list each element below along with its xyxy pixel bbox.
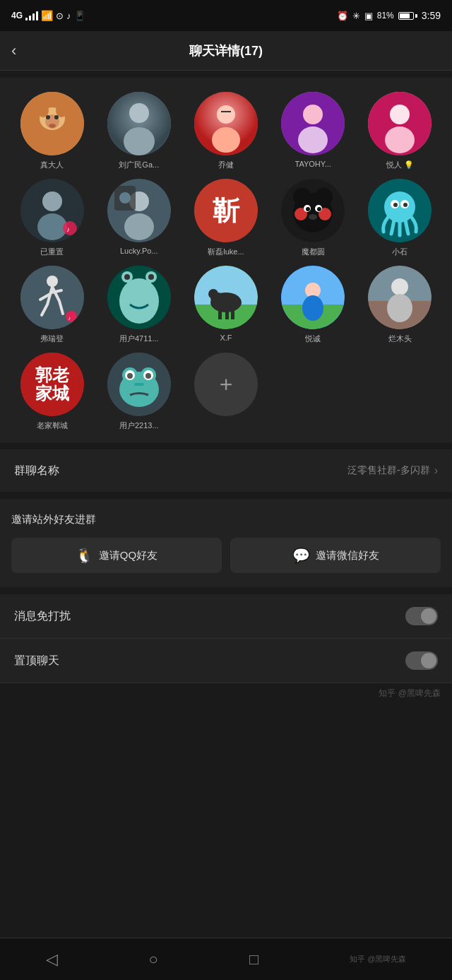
member-item[interactable]: 靳 靳磊luke... xyxy=(185,179,266,257)
nav-back-button[interactable]: ◁ xyxy=(46,950,58,969)
member-name: 用户2213... xyxy=(119,420,159,431)
watermark: 知乎 @黑啤先森 xyxy=(0,683,452,704)
member-item[interactable]: 用户2213... xyxy=(98,353,179,431)
svg-point-30 xyxy=(124,213,154,240)
svg-point-50 xyxy=(393,203,398,207)
mute-toggle[interactable] xyxy=(405,607,438,625)
svg-point-22 xyxy=(385,126,415,153)
pin-toggle[interactable] xyxy=(405,651,438,670)
avatar: 靳 xyxy=(194,179,258,242)
member-item[interactable]: 小石 xyxy=(359,179,441,257)
battery-fill xyxy=(400,13,410,18)
add-member-item[interactable]: + xyxy=(185,353,266,431)
pin-toggle-item: 置顶聊天 xyxy=(0,639,452,683)
member-item[interactable]: TAYOHY... xyxy=(273,92,354,170)
status-right: ⏰ ✳ ▣ 81% 3:59 xyxy=(337,10,441,21)
member-name: 乔健 xyxy=(218,160,234,170)
svg-point-79 xyxy=(302,295,323,321)
mute-toggle-item: 消息免打扰 xyxy=(0,594,452,639)
svg-point-15 xyxy=(212,127,240,153)
member-item[interactable]: 刘广民Ga... xyxy=(98,92,179,170)
member-name: 刘广民Ga... xyxy=(119,160,159,170)
svg-rect-73 xyxy=(231,309,234,319)
status-left: 4G 📶 ⊙ ♪ 📱 xyxy=(11,10,85,21)
member-item[interactable]: 乔健 xyxy=(185,92,266,170)
bottom-navigation: ◁ ○ □ 知乎 @黑啤先森 xyxy=(0,938,452,980)
pin-toggle-knob xyxy=(421,653,436,668)
group-name-row[interactable]: 群聊名称 泛零售社群-多闪群 › xyxy=(0,449,452,492)
svg-point-70 xyxy=(208,289,218,299)
member-item[interactable]: Lucky.Po... xyxy=(98,179,179,257)
member-item[interactable]: ♪ 弗瑞登 xyxy=(11,266,93,344)
chevron-right-icon: › xyxy=(434,464,438,477)
svg-point-3 xyxy=(56,103,67,117)
avatar xyxy=(107,266,171,329)
member-item[interactable]: 魔都圆 xyxy=(273,179,354,257)
invite-section: 邀请站外好友进群 🐧 邀请QQ好友 💬 邀请微信好友 xyxy=(0,499,452,587)
invite-wechat-label: 邀请微信好友 xyxy=(316,549,379,562)
member-name: Lucky.Po... xyxy=(120,247,158,255)
signal-bar-2 xyxy=(29,16,31,20)
back-nav-icon: ◁ xyxy=(46,950,58,969)
nav-recent-button[interactable]: □ xyxy=(249,950,258,969)
mute-label: 消息免打扰 xyxy=(14,609,71,624)
member-name: 小石 xyxy=(392,247,408,257)
svg-point-14 xyxy=(217,105,235,124)
avatar: ♪ xyxy=(20,266,84,329)
svg-rect-72 xyxy=(225,309,229,319)
avatar xyxy=(107,92,171,155)
svg-point-43 xyxy=(306,207,310,211)
svg-point-2 xyxy=(37,103,49,117)
wechat-icon: 💬 xyxy=(292,547,310,564)
signal-bars xyxy=(25,11,38,20)
svg-point-63 xyxy=(148,274,154,280)
bluetooth-icon: ✳ xyxy=(352,11,360,21)
svg-point-57 xyxy=(119,278,159,324)
member-item[interactable]: 烂木头 xyxy=(359,266,441,344)
member-item[interactable]: 悦人 💡 xyxy=(359,92,441,170)
svg-point-84 xyxy=(391,278,408,295)
status-bar: 4G 📶 ⊙ ♪ 📱 ⏰ ✳ ▣ 81% 3:59 xyxy=(0,0,452,31)
avatar xyxy=(194,266,258,329)
member-name: 弗瑞登 xyxy=(40,333,64,344)
member-item[interactable]: 用户4711... xyxy=(98,266,179,344)
signal-bar-3 xyxy=(32,13,35,20)
svg-rect-71 xyxy=(218,309,222,319)
signal-bar-4 xyxy=(36,11,38,20)
invite-qq-button[interactable]: 🐧 邀请QQ好友 xyxy=(11,538,222,573)
member-item[interactable]: 真大人 xyxy=(11,92,93,170)
circle-icon: ⊙ xyxy=(56,11,64,21)
avatar xyxy=(368,92,432,155)
settings-section: 群聊名称 泛零售社群-多闪群 › xyxy=(0,449,452,492)
svg-text:♪: ♪ xyxy=(66,225,70,233)
member-item[interactable]: 郭老 家城 老家郸城 xyxy=(11,353,93,431)
battery xyxy=(398,12,417,20)
zhihu-watermark: 知乎 @黑啤先森 xyxy=(350,954,406,964)
svg-point-96 xyxy=(145,373,151,379)
member-item[interactable]: X.F xyxy=(185,266,266,344)
add-member-button[interactable]: + xyxy=(194,353,258,416)
member-item[interactable]: ♪ 已重置 xyxy=(11,179,93,257)
group-name-label: 群聊名称 xyxy=(14,464,59,478)
member-item[interactable]: 悦诚 xyxy=(273,266,354,344)
svg-point-85 xyxy=(387,294,412,322)
svg-point-25 xyxy=(37,213,67,240)
svg-point-44 xyxy=(317,207,321,211)
svg-point-11 xyxy=(124,127,155,155)
svg-point-51 xyxy=(403,203,408,207)
back-button[interactable]: ‹ xyxy=(11,42,16,60)
signal-bar-1 xyxy=(25,18,28,20)
header: ‹ 聊天详情(17) xyxy=(0,31,452,71)
svg-point-18 xyxy=(303,105,323,124)
member-name: 烂木头 xyxy=(388,333,412,344)
member-name: TAYOHY... xyxy=(295,160,331,168)
nav-home-button[interactable]: ○ xyxy=(149,950,158,969)
alarm-icon: ⏰ xyxy=(337,11,348,21)
signal-text: 4G xyxy=(11,11,23,20)
svg-point-5 xyxy=(46,115,50,119)
svg-point-21 xyxy=(390,105,410,124)
avatar xyxy=(194,92,258,155)
invite-wechat-button[interactable]: 💬 邀请微信好友 xyxy=(230,538,441,573)
svg-point-10 xyxy=(129,103,149,123)
avatar xyxy=(281,179,345,242)
